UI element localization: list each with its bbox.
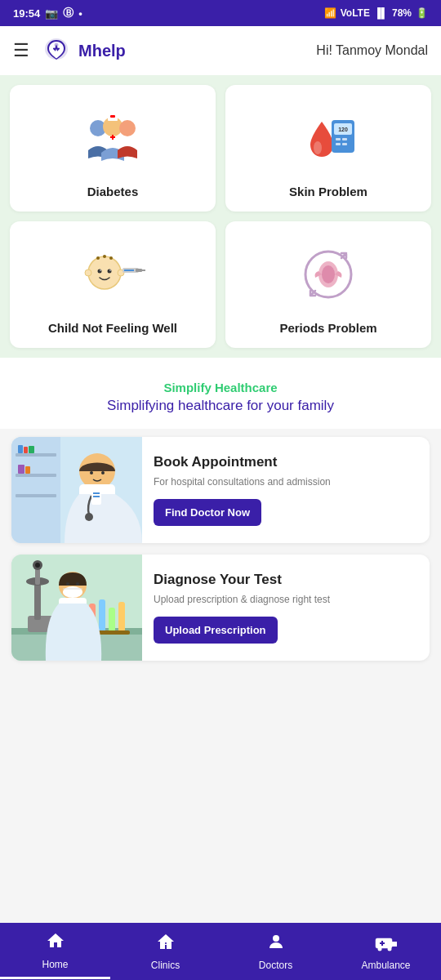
svg-rect-15 [336,143,341,145]
greeting-text: Hi! Tanmoy Mondal [316,43,428,58]
home-label: Home [42,959,68,970]
menu-button[interactable]: ☰ [13,40,29,61]
clinics-icon [156,932,176,956]
svg-point-71 [76,582,79,586]
svg-rect-39 [18,445,23,453]
svg-rect-43 [25,466,30,474]
svg-point-25 [103,255,106,258]
wifi-icon: 📶 [324,7,336,19]
nav-home[interactable]: Home [0,924,110,979]
diagnose-test-title: Diagnose Your Test [154,572,418,588]
svg-rect-28 [136,269,142,272]
diagnose-test-card: Diagnose Your Test Upload prescription &… [11,555,430,661]
svg-point-26 [109,256,113,260]
svg-text:120: 120 [338,127,348,132]
svg-point-9 [314,141,322,154]
svg-point-79 [387,947,391,951]
doctors-icon [266,932,286,956]
lab-image [11,555,142,661]
ambulance-icon [375,932,398,956]
doctor-image [11,437,142,543]
svg-point-19 [108,270,112,274]
svg-rect-8 [112,135,114,140]
svg-point-46 [85,513,93,521]
category-card-diabetes[interactable]: Diabetes [10,85,216,212]
lab-illustration [11,555,142,661]
child-label: Child Not Feeling Well [48,321,177,335]
svg-rect-49 [93,496,100,497]
svg-rect-41 [29,446,34,453]
svg-rect-40 [24,447,28,453]
status-time: 19:54 [13,7,40,20]
category-card-periods[interactable]: Periods Problem [225,221,431,348]
svg-rect-56 [99,599,105,632]
svg-point-18 [98,270,102,274]
book-appointment-content: Book Appointment For hospital consultati… [142,443,430,537]
svg-point-70 [66,582,69,586]
simplify-subtitle: Simplifying healthcare for your family [13,398,428,414]
svg-rect-14 [342,138,347,140]
signal-icon: ▐▌ [374,7,388,19]
svg-rect-5 [110,115,115,118]
bottom-nav: Home Clinics Doctors [0,923,441,980]
skin-problem-icon: 120 [296,105,361,171]
clinics-label: Clinics [151,960,180,971]
svg-rect-16 [342,143,347,145]
volte-label: VoLTE [341,7,370,19]
svg-point-24 [96,256,100,260]
svg-rect-48 [93,492,100,494]
svg-point-21 [109,270,111,271]
svg-point-33 [322,265,335,283]
svg-point-20 [100,270,101,271]
category-card-child[interactable]: Child Not Feeling Well [10,221,216,348]
doctor-illustration [11,437,142,543]
feature-cards: Book Appointment For hospital consultati… [0,429,441,674]
svg-rect-29 [124,270,134,271]
categories-grid: Diabetes 120 Skin Problem [10,85,431,348]
logo-container: Mhelp [39,33,126,68]
logo-text: Mhelp [78,42,126,60]
simplify-title: Simplify Healthcare [13,381,428,394]
svg-rect-81 [380,942,385,944]
status-bar: 19:54 📷 Ⓑ • 📶 VoLTE ▐▌ 78% 🔋 [0,0,441,26]
svg-point-17 [88,256,121,289]
child-icon [80,242,145,307]
skin-label: Skin Problem [289,185,368,198]
periods-icon-container [292,238,365,311]
ambulance-label: Ambulance [361,960,410,971]
book-appointment-card: Book Appointment For hospital consultati… [11,437,430,543]
app-icon: Ⓑ [63,6,74,20]
svg-rect-37 [16,474,56,477]
simplify-section: Simplify Healthcare Simplifying healthca… [0,358,441,429]
svg-point-6 [119,120,136,136]
dot-icon: • [78,7,82,20]
doctors-label: Doctors [259,960,292,971]
svg-rect-61 [34,583,41,620]
nav-clinics[interactable]: Clinics [110,925,220,978]
category-card-skin[interactable]: 120 Skin Problem [225,85,431,212]
svg-point-67 [63,586,82,598]
header-left: ☰ Mhelp [13,33,126,68]
svg-rect-42 [18,465,24,474]
diagnose-test-content: Diagnose Your Test Upload prescription &… [142,560,430,655]
nav-ambulance[interactable]: Ambulance [331,925,441,978]
battery-icon: 🔋 [416,7,428,19]
find-doctor-button[interactable]: Find Doctor Now [154,499,261,526]
status-right: 📶 VoLTE ▐▌ 78% 🔋 [324,7,428,19]
periods-icon [296,242,361,307]
nav-doctors[interactable]: Doctors [220,925,331,978]
svg-point-50 [90,471,93,474]
svg-rect-74 [163,938,168,939]
svg-rect-38 [16,494,56,497]
media-icon: 📷 [45,7,58,20]
svg-rect-57 [109,608,115,632]
svg-point-78 [377,947,381,951]
diabetes-label: Diabetes [87,185,139,198]
diabetes-icon-container [76,101,149,175]
logo-icon [39,33,74,68]
upload-prescription-button[interactable]: Upload Prescription [154,617,278,644]
svg-point-51 [101,471,105,474]
status-left: 19:54 📷 Ⓑ • [13,6,82,20]
categories-section: Diabetes 120 Skin Problem [0,75,441,358]
header: ☰ Mhelp Hi! Tanmoy Mondal [0,26,441,75]
